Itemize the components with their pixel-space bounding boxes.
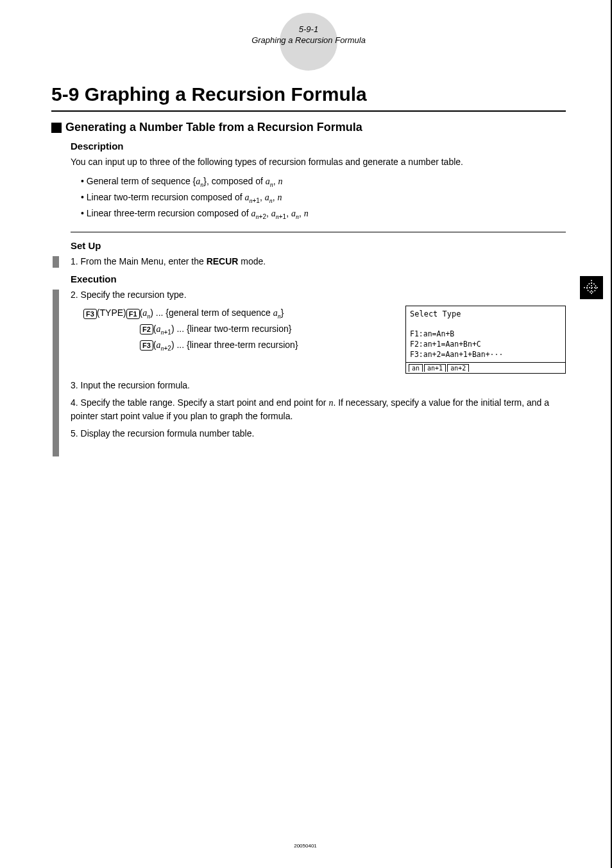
execution-step-2: 2. Specify the recursion type. — [71, 288, 566, 302]
screen-tab-1: an — [409, 364, 423, 372]
footer-number: 20050401 — [294, 843, 317, 849]
setup-step-1: 1. From the Main Menu, enter the RECUR m… — [71, 255, 566, 268]
execution-sidebar — [53, 290, 59, 456]
f2-key: F2 — [140, 324, 153, 334]
description-label: Description — [71, 141, 566, 152]
screen-title: Select Type — [410, 309, 561, 320]
screen-line-3: F3:an+2=Aan+1+Ban+··· — [410, 349, 561, 360]
page-header-badge: 5-9-1 Graphing a Recursion Formula — [51, 19, 566, 45]
type-f1-line: F3(TYPE)F1(an) ... {general term of sequ… — [83, 306, 393, 322]
f3-key: F3 — [83, 309, 97, 319]
description-text: You can input up to three of the followi… — [71, 155, 566, 169]
header-page-title: Graphing a Recursion Formula — [251, 35, 366, 45]
execution-label: Execution — [71, 273, 566, 284]
screen-line-2: F2:an+1=Aan+Bn+C — [410, 339, 561, 349]
setup-label: Set Up — [71, 240, 566, 251]
calculator-screen: Select Type F1:an=An+B F2:an+1=Aan+Bn+C … — [405, 306, 566, 374]
section-heading-text: Generating a Number Table from a Recursi… — [65, 121, 362, 134]
screen-tabs: an an+1 an+2 — [405, 363, 566, 374]
bullet-list: General term of sequence {an}, composed … — [81, 174, 566, 221]
crop-register-icon — [580, 276, 603, 299]
inner-rule — [71, 232, 566, 232]
main-title: 5-9 Graphing a Recursion Formula — [51, 83, 566, 105]
bullet-item: Linear three-term recursion composed of … — [81, 206, 566, 222]
execution-step-4: 4. Specify the table range. Specify a st… — [71, 396, 566, 423]
f3-key-2: F3 — [140, 340, 153, 351]
bullet-item: General term of sequence {an}, composed … — [81, 174, 566, 190]
execution-step-5: 5. Display the recursion formula number … — [71, 427, 566, 440]
type-f3-line: F3(an+2) ... {linear three-term recursio… — [140, 338, 393, 354]
section-bullet-icon — [51, 123, 62, 133]
execution-step-3: 3. Input the recursion formula. — [71, 379, 566, 392]
title-rule — [51, 110, 566, 112]
setup-sidebar — [53, 256, 59, 268]
screen-tab-3: an+2 — [447, 364, 469, 372]
type-f2-line: F2(an+1) ... {linear two-term recursion} — [140, 322, 393, 338]
screen-line-1: F1:an=An+B — [410, 329, 561, 339]
header-page-number: 5-9-1 — [299, 24, 318, 34]
section-heading: Generating a Number Table from a Recursi… — [51, 121, 566, 134]
screen-tab-2: an+1 — [424, 364, 446, 372]
f1-key: F1 — [126, 309, 140, 319]
bullet-item: Linear two-term recursion composed of an… — [81, 190, 566, 206]
